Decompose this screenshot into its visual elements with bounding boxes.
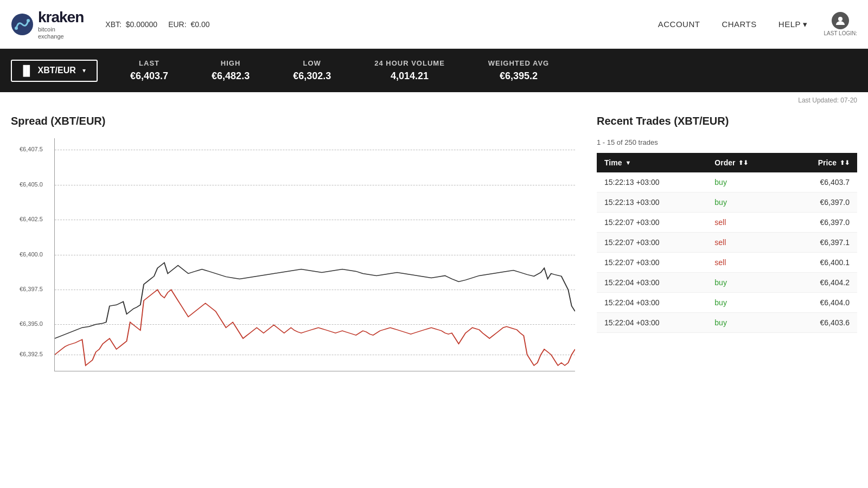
ticker-stat: HIGH €6,482.3: [212, 59, 250, 82]
order-sort-icon: ⬆⬇: [738, 159, 748, 166]
ticker-stat: WEIGHTED AVG €6,395.2: [488, 59, 549, 82]
spread-section: Spread (XBT/EUR) Bids/Asks €6,407.5 €6,4…: [11, 115, 575, 371]
ticker-stats: LAST €6,403.7 HIGH €6,482.3 LOW €6,302.3…: [130, 59, 857, 82]
spread-chart-title: Spread (XBT/EUR): [11, 115, 575, 127]
trade-time: 15:22:13 +03:00: [597, 192, 707, 213]
trade-price: €6,404.2: [784, 273, 857, 293]
user-icon: [832, 12, 849, 29]
ticker-stat: LAST €6,403.7: [130, 59, 168, 82]
recent-trades-section: Recent Trades (XBT/EUR) 1 - 15 of 250 tr…: [597, 115, 857, 371]
trade-time: 15:22:13 +03:00: [597, 172, 707, 192]
header-ticker: XBT: $0.00000 EUR: €0.00: [105, 20, 209, 29]
main-nav: ACCOUNT CHARTS HELP ▾: [658, 20, 808, 29]
trade-order: sell: [707, 213, 783, 233]
table-row: 15:22:04 +03:00 buy €6,404.0: [597, 293, 857, 313]
trade-time: 15:22:04 +03:00: [597, 293, 707, 313]
trade-order: buy: [707, 293, 783, 313]
th-time[interactable]: Time ▼: [597, 153, 707, 172]
trade-time: 15:22:07 +03:00: [597, 213, 707, 233]
trade-time: 15:22:04 +03:00: [597, 313, 707, 333]
table-row: 15:22:13 +03:00 buy €6,397.0: [597, 192, 857, 213]
price-sort-icon: ⬆⬇: [840, 159, 850, 166]
nav-charts[interactable]: CHARTS: [722, 20, 756, 29]
trade-time: 15:22:04 +03:00: [597, 273, 707, 293]
trade-price: €6,397.0: [784, 192, 857, 213]
trade-price: €6,397.1: [784, 233, 857, 253]
trade-order: buy: [707, 273, 783, 293]
svg-point-3: [838, 17, 843, 21]
eur-ticker: EUR: €0.00: [168, 20, 209, 29]
trade-price: €6,403.7: [784, 172, 857, 192]
content-area: Spread (XBT/EUR) Bids/Asks €6,407.5 €6,4…: [0, 104, 868, 382]
table-row: 15:22:04 +03:00 buy €6,404.2: [597, 273, 857, 293]
table-row: 15:22:13 +03:00 buy €6,403.7: [597, 172, 857, 192]
help-dropdown-arrow: ▾: [803, 20, 808, 29]
th-order[interactable]: Order ⬆⬇: [707, 153, 783, 172]
pair-selector[interactable]: ▐▌ XBT/EUR ▾: [11, 60, 98, 82]
ticker-stat: LOW €6,302.3: [293, 59, 331, 82]
user-area[interactable]: LAST LOGIN:: [824, 12, 857, 36]
xbt-ticker: XBT: $0.00000: [105, 20, 157, 29]
trades-subtitle: 1 - 15 of 250 trades: [597, 138, 857, 146]
chart-bar-icon: ▐▌: [20, 65, 34, 76]
trade-price: €6,403.6: [784, 313, 857, 333]
last-updated: Last Updated: 07-20: [0, 92, 868, 104]
trade-time: 15:22:07 +03:00: [597, 233, 707, 253]
trade-order: buy: [707, 192, 783, 213]
trade-order: sell: [707, 233, 783, 253]
kraken-logo-icon: [11, 13, 34, 36]
th-price[interactable]: Price ⬆⬇: [784, 153, 857, 172]
trades-table: Time ▼ Order ⬆⬇ Price ⬆⬇: [597, 153, 857, 333]
spread-chart-svg: [55, 138, 575, 371]
svg-point-1: [15, 27, 18, 30]
table-row: 15:22:07 +03:00 sell €6,397.0: [597, 213, 857, 233]
pair-dropdown-arrow: ▾: [82, 67, 86, 74]
svg-point-2: [27, 19, 30, 22]
table-row: 15:22:04 +03:00 buy €6,403.6: [597, 313, 857, 333]
spread-chart: €6,407.5 €6,405.0 €6,402.5 €6,400.0 €6,3…: [54, 138, 575, 371]
logo-area: kraken bitcoin exchange: [11, 9, 84, 39]
nav-account[interactable]: ACCOUNT: [658, 20, 700, 29]
trade-price: €6,404.0: [784, 293, 857, 313]
trade-price: €6,397.0: [784, 213, 857, 233]
logo-text: kraken bitcoin exchange: [38, 9, 84, 39]
header: kraken bitcoin exchange XBT: $0.00000 EU…: [0, 0, 868, 49]
ticker-bar: ▐▌ XBT/EUR ▾ LAST €6,403.7 HIGH €6,482.3…: [0, 49, 868, 92]
nav-help[interactable]: HELP ▾: [778, 20, 808, 29]
trade-order: buy: [707, 172, 783, 192]
trades-table-header-row: Time ▼ Order ⬆⬇ Price ⬆⬇: [597, 153, 857, 172]
recent-trades-title: Recent Trades (XBT/EUR): [597, 115, 857, 127]
trade-order: sell: [707, 253, 783, 273]
ticker-stat: 24 HOUR VOLUME 4,014.21: [374, 59, 445, 82]
trade-order: buy: [707, 313, 783, 333]
trade-price: €6,400.1: [784, 253, 857, 273]
table-row: 15:22:07 +03:00 sell €6,397.1: [597, 233, 857, 253]
time-sort-icon: ▼: [625, 159, 631, 166]
table-row: 15:22:07 +03:00 sell €6,400.1: [597, 253, 857, 273]
trade-time: 15:22:07 +03:00: [597, 253, 707, 273]
